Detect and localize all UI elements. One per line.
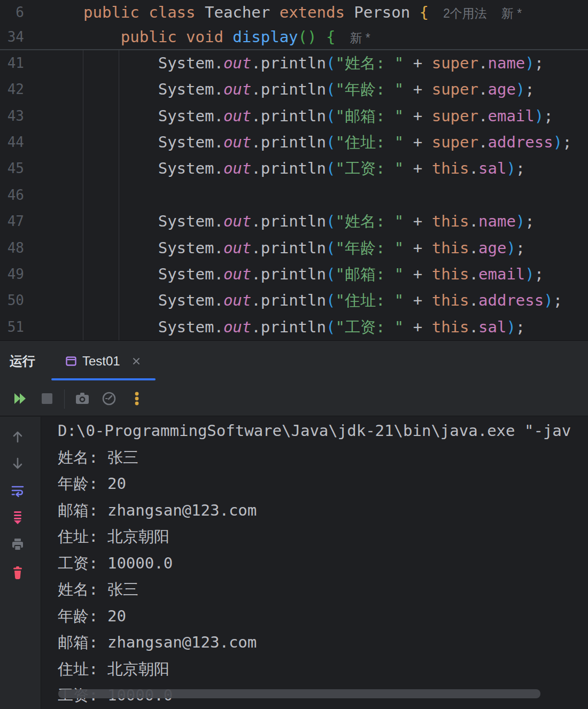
more-options-button[interactable] <box>129 391 145 407</box>
console-line: D:\0-ProgrammingSoftware\Java\jdk-21\bin… <box>0 418 588 445</box>
code-lines: 41 System.out.println("姓名: " + super.nam… <box>0 50 588 340</box>
console-line: 邮箱: zhangsan@123.com <box>0 497 588 524</box>
ide-window: 41 System.out.println("姓名: " + super.nam… <box>0 0 588 709</box>
stop-icon <box>39 391 55 407</box>
code-line: 48 System.out.println("年龄: " + this.age)… <box>0 235 588 261</box>
console-window-icon <box>65 355 77 367</box>
code-line: 49 System.out.println("邮箱: " + this.emai… <box>0 261 588 287</box>
run-toolbar <box>0 381 588 416</box>
code-line: 34 public void display() {新 * <box>0 25 588 49</box>
sticky-code-lines: 6public class Teacher extends Person {2个… <box>0 0 588 49</box>
inlay-hint: 新 * <box>501 6 522 20</box>
run-tool-window-header: 运行 Test01 <box>0 340 588 381</box>
console-line: 工资: 10000.0 <box>0 550 588 577</box>
console-line: 年龄: 20 <box>0 471 588 497</box>
console-output-area[interactable]: D:\0-ProgrammingSoftware\Java\jdk-21\bin… <box>0 417 588 709</box>
console-line: 住址: 北京朝阳 <box>0 524 588 550</box>
profiler-gauge-icon <box>101 391 117 407</box>
code-line: 45 System.out.println("工资: " + this.sal)… <box>0 155 588 182</box>
horizontal-scrollbar-thumb[interactable] <box>58 689 540 698</box>
code-line: 42 System.out.println("年龄: " + super.age… <box>0 76 588 103</box>
line-number: 50 <box>0 287 24 314</box>
close-icon[interactable] <box>130 355 143 368</box>
line-number: 49 <box>0 261 24 287</box>
rerun-button[interactable] <box>12 391 28 407</box>
code-line: 43 System.out.println("邮箱: " + super.ema… <box>0 103 588 129</box>
console-text: D:\0-ProgrammingSoftware\Java\jdk-21\bin… <box>0 418 588 709</box>
line-number: 43 <box>0 103 24 129</box>
toolbar-divider <box>64 389 65 409</box>
code-line: 47 System.out.println("姓名: " + this.name… <box>0 208 588 235</box>
line-number: 51 <box>0 314 24 340</box>
profiler-button[interactable] <box>101 391 117 407</box>
inlay-hint: 新 * <box>350 31 370 45</box>
line-number: 41 <box>0 50 24 76</box>
inlay-hint: 2个用法 <box>443 6 487 20</box>
console-line: 邮箱: zhangsan@123.com <box>0 629 588 656</box>
line-number: 6 <box>0 0 24 25</box>
console-line: 姓名: 张三 <box>0 445 588 471</box>
console-line: 年龄: 20 <box>0 603 588 630</box>
memory-snapshot-button[interactable] <box>74 391 90 407</box>
line-number: 44 <box>0 129 24 155</box>
snapshot-camera-icon <box>74 391 90 407</box>
code-line: 51 System.out.println("工资: " + this.sal)… <box>0 314 588 340</box>
code-editor[interactable]: 41 System.out.println("姓名: " + super.nam… <box>0 0 588 340</box>
line-number: 34 <box>0 25 24 49</box>
run-tab-label: Test01 <box>82 354 120 369</box>
code-line: 6public class Teacher extends Person {2个… <box>0 0 588 25</box>
run-panel-title: 运行 <box>10 341 35 381</box>
line-number: 42 <box>0 76 24 103</box>
rerun-icon <box>12 391 28 407</box>
code-line: 46 <box>0 182 588 208</box>
run-tab-test01[interactable]: Test01 <box>51 341 156 381</box>
code-line: 41 System.out.println("姓名: " + super.nam… <box>0 50 588 76</box>
sticky-lines-panel: 6public class Teacher extends Person {2个… <box>0 0 588 50</box>
stop-button[interactable] <box>39 391 55 407</box>
line-number: 48 <box>0 235 24 261</box>
active-tab-underline <box>51 378 156 380</box>
line-number: 47 <box>0 208 24 235</box>
line-number: 46 <box>0 182 24 208</box>
line-number: 45 <box>0 155 24 182</box>
code-line: 50 System.out.println("住址: " + this.addr… <box>0 287 588 314</box>
more-options-kebab-icon <box>129 391 145 407</box>
code-line: 44 System.out.println("住址: " + super.add… <box>0 129 588 155</box>
console-line: 姓名: 张三 <box>0 576 588 603</box>
console-line: 住址: 北京朝阳 <box>0 656 588 683</box>
